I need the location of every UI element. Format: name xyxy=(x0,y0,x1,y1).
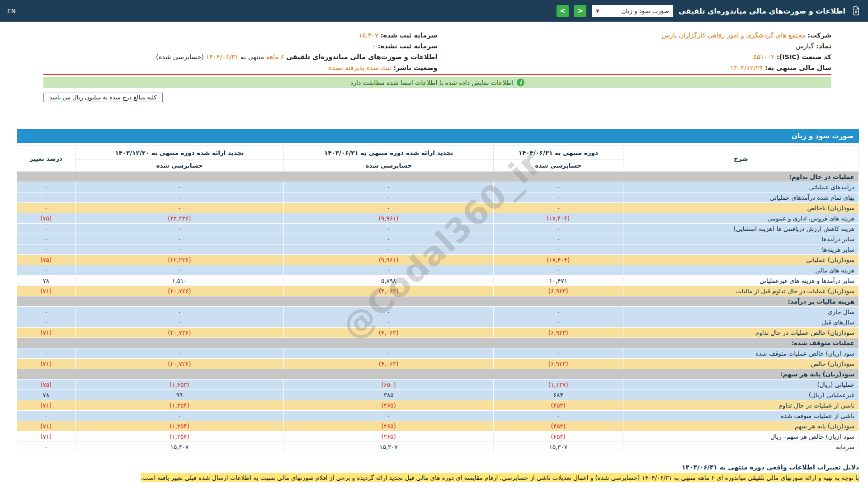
cell-value: ۰ xyxy=(493,244,623,255)
col-header-period-restated-2: تجدید ارائه شده دوره منتهی به ۱۴۰۳/۱۲/۳۰ xyxy=(75,146,284,160)
pl-table-body: عملیات در حال تداوم:درآمدهای عملیاتی۰۰۰۰… xyxy=(17,172,859,452)
col-subheader-audited: حسابرسی شده xyxy=(493,160,623,172)
table-section-row: عملیات متوقف شده: xyxy=(17,338,859,348)
col-header-period-current: دوره منتهی به ۱۴۰۴/۰۶/۳۱ xyxy=(493,146,623,160)
prev-statement-button[interactable]: < xyxy=(557,5,569,17)
company-info-field: کد صنعت (ISIC): ۵۵۱۰۰۲ xyxy=(438,52,832,62)
table-row: هزینه های مالی۰۰۰۰ xyxy=(17,265,859,276)
currency-unit-note: کلیه مبالغ درج شده به میلیون ریال می باش… xyxy=(43,93,163,102)
row-label: عملیات در حال تداوم: xyxy=(17,172,859,182)
row-label: هزینه های فروش، اداری و عمومی xyxy=(623,213,859,224)
company-info-right-column: شرکت: مجتمع های گردشگری و امور رفاهی کار… xyxy=(438,30,832,73)
field-value: (حسابرسی شده) xyxy=(156,53,204,61)
table-row: هزینه کاهش ارزش دریافتنی ها (هزینه استثن… xyxy=(17,224,859,234)
cell-value: ۰ xyxy=(284,182,494,192)
reasons-title: دلایل تغییرات اطلاعات واقعی دوره منتهی ب… xyxy=(17,462,859,472)
reasons-text: با توجه به تهیه و ارائه صورتهای مالی تلف… xyxy=(17,473,859,483)
table-row: سرمایه۱۵,۳۰۷۱۵,۳۰۷۱۵,۳۰۷۰ xyxy=(17,442,859,452)
table-row: سود(زیان) پایه هر سهم(۴۵۳)(۲۶۵)(۱,۳۵۴)(۷… xyxy=(17,421,859,432)
cell-value: (۴۵۳) xyxy=(493,400,623,411)
cell-value: ۰ xyxy=(284,192,494,203)
cell-value: (۲۲,۲۳۶) xyxy=(75,213,284,224)
cell-value: ۱۰,۴۷۱ xyxy=(493,276,623,286)
cell-value: ۰ xyxy=(75,224,284,234)
field-value: گپارس xyxy=(796,42,814,50)
statement-type-dropdown[interactable]: صورت سود و زیان ▼ xyxy=(592,5,673,17)
row-label: ناشی از عملیات متوقف شده xyxy=(623,411,859,421)
language-switch-en[interactable]: EN xyxy=(7,8,16,14)
row-label: سود(زیان) پایه هر سهم: xyxy=(17,369,859,380)
table-row: ناشی از عملیات در حال تداوم(۴۵۳)(۲۶۵)(۱,… xyxy=(17,400,859,411)
statements-document-icon xyxy=(851,6,861,16)
row-label: سرمایه xyxy=(623,442,859,452)
highlighted-change-text: با توجه به تهیه و ارائه صورتهای مالی تلف… xyxy=(141,473,859,482)
row-label: سایر درآمدها xyxy=(623,234,859,244)
cell-value: ۰ xyxy=(493,265,623,276)
cell-value: ۰ xyxy=(284,317,494,328)
cell-value: ۰ xyxy=(75,192,284,203)
cell-value: ۶۸۴ xyxy=(493,390,623,400)
cell-value: ۰ xyxy=(493,317,623,328)
field-value: ۰ xyxy=(372,42,376,50)
col-header-period-restated-1: تجدید ارائه شده دوره منتهی به ۱۴۰۳/۰۶/۳۱ xyxy=(284,146,494,160)
company-info-section: شرکت: مجتمع های گردشگری و امور رفاهی کار… xyxy=(43,22,831,102)
cell-value: ۱,۵۱۰ xyxy=(75,276,284,286)
cell-value: ۰ xyxy=(75,265,284,276)
page-title: اطلاعات و صورت‌های مالی میاندوره‌ای تلفی… xyxy=(679,7,845,15)
cell-value: ۰ xyxy=(493,307,623,317)
row-label: سود(زیان) ناخالص xyxy=(623,203,859,213)
topbar: اطلاعات و صورت‌های مالی میاندوره‌ای تلفی… xyxy=(0,0,868,22)
table-section-row: عملیات در حال تداوم: xyxy=(17,172,859,182)
row-label: سود(زیان) عملیاتی xyxy=(623,255,859,265)
table-section-row: هزینه مالیات بر درآمد: xyxy=(17,296,859,307)
chevron-down-icon: ▼ xyxy=(596,9,599,14)
cell-value: ۵,۸۹۸ xyxy=(284,276,494,286)
table-row: غیرعملیاتی (ریال)۶۸۴۳۸۵۹۹۷۸ xyxy=(17,390,859,400)
cell-value: (۲۰,۷۲۶) xyxy=(75,286,284,296)
field-label: کد صنعت (ISIC): xyxy=(777,53,831,61)
cell-value: ۰ xyxy=(75,203,284,213)
cell-value: (۷۵) xyxy=(17,213,75,224)
cell-value: (۱۷,۴۰۴) xyxy=(493,213,623,224)
cell-value: ۰ xyxy=(284,234,494,244)
codal-statement-page: { "topbar": { "language_link": "EN", "pa… xyxy=(0,0,868,488)
cell-value: ۰ xyxy=(493,411,623,421)
profit-loss-table: شرح دوره منتهی به ۱۴۰۴/۰۶/۳۱ تجدید ارائه… xyxy=(17,145,859,452)
field-value: ۱۴۰۴/۱۲/۲۹ xyxy=(730,64,763,71)
cell-value: (۷۵) xyxy=(17,255,75,265)
table-row: ناشی از عملیات متوقف شده۰۰۰۰ xyxy=(17,411,859,421)
cell-value: (۴,۰۶۳) xyxy=(284,328,494,338)
field-value: ۵۵۱۰۰۲ xyxy=(753,53,774,61)
cell-value: (۷۱) xyxy=(17,421,75,432)
cell-value: ۰ xyxy=(17,307,75,317)
row-label: سال‌های قبل xyxy=(623,317,859,328)
next-statement-button[interactable]: > xyxy=(574,5,586,17)
cell-value: ۰ xyxy=(284,348,494,359)
cell-value: (۴۵۳) xyxy=(493,421,623,432)
cell-value: ۰ xyxy=(284,265,494,276)
cell-value: ۷۸ xyxy=(17,390,75,400)
table-row: سایر هزینه‌ها۰۰۰۰ xyxy=(17,244,859,255)
cell-value: ۰ xyxy=(493,203,623,213)
cell-value: ۰ xyxy=(17,411,75,421)
cell-value: (۶,۹۳۳) xyxy=(493,359,623,369)
row-label: درآمدهای عملیاتی xyxy=(623,182,859,192)
table-row: بهای تمام شده درآمدهای عملیاتی۰۰۰۰ xyxy=(17,192,859,203)
field-value: ۱۵,۳۰۷ xyxy=(359,32,379,39)
field-value: ۱۴۰۴/۰۶/۳۱ xyxy=(206,53,239,61)
cell-value: ۰ xyxy=(493,192,623,203)
cell-value: ۰ xyxy=(284,244,494,255)
signature-match-text: اطلاعات نمایش داده شده با اطلاعات امضا ش… xyxy=(350,79,513,86)
table-row: هزینه های فروش، اداری و عمومی(۱۷,۴۰۴)(۹,… xyxy=(17,213,859,224)
field-value: منتهی به xyxy=(241,53,264,61)
cell-value: (۱,۳۵۴) xyxy=(75,432,284,442)
row-label: سایر هزینه‌ها xyxy=(623,244,859,255)
row-label: سود(زیان) عملیات در حال تداوم قبل از مال… xyxy=(623,286,859,296)
cell-value: (۶۵۰) xyxy=(284,380,494,390)
table-row: سایر درآمدها۰۰۰۰ xyxy=(17,234,859,244)
field-value: مجتمع های گردشگری و امور رفاهی کارگزاران… xyxy=(662,32,806,39)
row-label: عملیاتی (ریال) xyxy=(623,380,859,390)
row-label: هزینه کاهش ارزش دریافتنی ها (هزینه استثن… xyxy=(623,224,859,234)
cell-value: (۱۷,۴۰۴) xyxy=(493,255,623,265)
row-label: سود(زیان) خالص xyxy=(623,359,859,369)
